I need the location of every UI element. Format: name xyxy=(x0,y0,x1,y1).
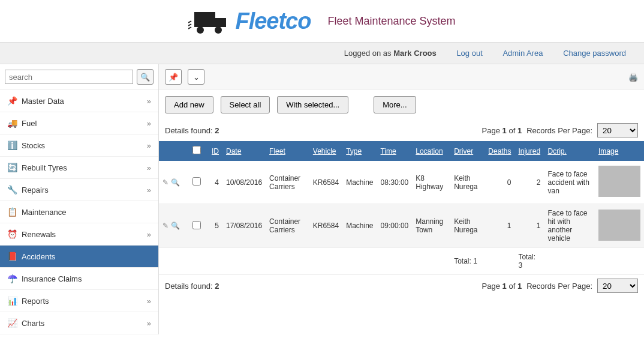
print-icon: 🖨️ xyxy=(628,73,638,82)
col-type[interactable]: Type xyxy=(342,141,377,161)
svg-point-2 xyxy=(197,26,204,34)
print-button[interactable]: 🖨️ xyxy=(628,73,638,82)
current-user: Mark Croos xyxy=(393,49,437,58)
more-button[interactable]: More... xyxy=(374,96,416,113)
nav-icon: 📊 xyxy=(7,296,17,306)
change-password-link[interactable]: Change password xyxy=(563,49,626,58)
cell-vehicle: KR6584 xyxy=(309,204,342,248)
sidebar-item-label: Maintenance xyxy=(22,208,66,217)
header: Fleetco Fleet Maintenance System xyxy=(0,0,644,43)
dropdown-button[interactable]: ⌄ xyxy=(188,69,204,85)
deaths-total-label: Total: 1 xyxy=(450,248,484,275)
sidebar-item-repairs[interactable]: 🔧Repairs» xyxy=(0,179,158,201)
sidebar-item-label: Renewals xyxy=(22,230,56,239)
col-vehicle[interactable]: Vehicle xyxy=(309,141,342,161)
chevron-down-icon: ⌄ xyxy=(193,73,200,82)
sidebar-item-label: Rebuilt Tyres xyxy=(22,163,67,172)
expand-arrow-icon: » xyxy=(147,186,151,195)
logo-subtitle: Fleet Maintenance System xyxy=(327,15,455,28)
view-icon[interactable]: 🔍 xyxy=(171,178,180,187)
cell-date: 17/08/2016 xyxy=(222,204,266,248)
nav-icon: 🔧 xyxy=(7,185,17,195)
cell-type: Machine xyxy=(342,204,377,248)
col-image[interactable]: Image xyxy=(595,141,644,161)
sidebar-item-fuel[interactable]: 🚚Fuel» xyxy=(0,112,158,134)
rpp-label: Records Per Page: xyxy=(526,126,592,135)
col-injured[interactable]: Injured xyxy=(514,141,544,161)
col-id[interactable]: ID xyxy=(204,141,222,161)
logged-on-label: Logged on as xyxy=(344,49,392,58)
col-descrip[interactable]: Dcrip. xyxy=(544,141,595,161)
sidebar: 🔍 📌Master Data»🚚Fuel»ℹ️Stocks»🔄Rebuilt T… xyxy=(0,64,159,334)
col-fleet[interactable]: Fleet xyxy=(266,141,309,161)
details-found-count: 2 xyxy=(215,126,219,135)
cell-location: Manning Town xyxy=(412,204,450,248)
row-checkbox[interactable] xyxy=(192,177,201,186)
expand-arrow-icon: » xyxy=(147,230,151,239)
nav-icon: 🔄 xyxy=(7,163,17,172)
cell-injured: 2 xyxy=(514,161,544,204)
injured-total-label: Total: 3 xyxy=(514,248,544,275)
rpp-select[interactable]: 20 xyxy=(597,123,638,137)
cell-time: 09:00:00 xyxy=(377,204,413,248)
sidebar-item-accidents[interactable]: 📕Accidents xyxy=(0,246,158,268)
col-deaths[interactable]: Deaths xyxy=(484,141,514,161)
logo-text: Fleetco xyxy=(235,8,311,34)
col-time[interactable]: Time xyxy=(377,141,413,161)
cell-driver: Keith Nurega xyxy=(450,204,484,248)
sidebar-item-renewals[interactable]: ⏰Renewals» xyxy=(0,223,158,246)
logout-link[interactable]: Log out xyxy=(456,49,482,58)
nav-icon: ⏰ xyxy=(7,229,17,239)
thumbnail-image xyxy=(598,166,640,197)
cell-date: 10/08/2016 xyxy=(222,161,266,204)
cell-id: 4 xyxy=(204,161,222,204)
rpp-select-bottom[interactable]: 20 xyxy=(597,279,638,293)
cell-descrip: Face to face accident with van xyxy=(544,161,595,204)
row-checkbox[interactable] xyxy=(192,221,201,229)
view-icon[interactable]: 🔍 xyxy=(171,222,180,230)
col-location[interactable]: Location xyxy=(412,141,450,161)
with-selected-button[interactable]: With selected... xyxy=(277,96,348,113)
select-all-button[interactable]: Select all xyxy=(221,96,270,113)
search-icon: 🔍 xyxy=(140,73,150,82)
sidebar-item-master-data[interactable]: 📌Master Data» xyxy=(0,90,158,112)
select-all-checkbox[interactable] xyxy=(192,146,201,154)
nav-icon: ☂️ xyxy=(7,274,17,283)
col-driver[interactable]: Driver xyxy=(450,141,484,161)
expand-arrow-icon: » xyxy=(147,141,151,150)
sidebar-item-label: Accidents xyxy=(22,252,55,261)
nav-icon: ℹ️ xyxy=(7,140,17,150)
expand-arrow-icon: » xyxy=(147,297,151,306)
edit-icon[interactable]: ✎ xyxy=(162,178,168,187)
sidebar-item-label: Fuel xyxy=(22,119,37,128)
sidebar-item-insurance-claims[interactable]: ☂️Insurance Claims xyxy=(0,268,158,290)
sidebar-item-label: Charts xyxy=(22,319,44,328)
cell-injured: 1 xyxy=(514,204,544,248)
table-row: ✎🔍 5 17/08/2016 Container Carriers KR658… xyxy=(159,204,644,248)
add-new-button[interactable]: Add new xyxy=(165,96,213,113)
sidebar-item-maintenance[interactable]: 📋Maintenance xyxy=(0,201,158,223)
nav-icon: 📋 xyxy=(7,207,17,217)
col-date[interactable]: Date xyxy=(222,141,266,161)
sidebar-item-stocks[interactable]: ℹ️Stocks» xyxy=(0,134,158,157)
sidebar-item-label: Master Data xyxy=(22,97,64,106)
sidebar-item-label: Insurance Claims xyxy=(22,274,82,283)
cell-driver: Keith Nurega xyxy=(450,161,484,204)
pin-button[interactable]: 📌 xyxy=(165,69,182,85)
content: 📌 ⌄ 🖨️ Add new Select all With selected.… xyxy=(159,64,644,334)
edit-icon[interactable]: ✎ xyxy=(162,222,168,230)
search-button[interactable]: 🔍 xyxy=(137,69,154,85)
nav-icon: 📌 xyxy=(7,96,17,106)
cell-image[interactable] xyxy=(595,204,644,248)
sidebar-item-label: Repairs xyxy=(22,186,49,195)
sidebar-item-rebuilt-tyres[interactable]: 🔄Rebuilt Tyres» xyxy=(0,157,158,179)
sidebar-item-charts[interactable]: 📈Charts» xyxy=(0,312,158,334)
cell-image[interactable] xyxy=(595,161,644,204)
nav-icon: 📈 xyxy=(7,318,17,328)
expand-arrow-icon: » xyxy=(147,319,151,328)
accidents-table: ID Date Fleet Vehicle Type Time Location… xyxy=(159,141,644,275)
admin-area-link[interactable]: Admin Area xyxy=(502,49,543,58)
sidebar-item-reports[interactable]: 📊Reports» xyxy=(0,290,158,312)
search-input[interactable] xyxy=(5,70,133,84)
pin-icon: 📌 xyxy=(168,73,178,82)
